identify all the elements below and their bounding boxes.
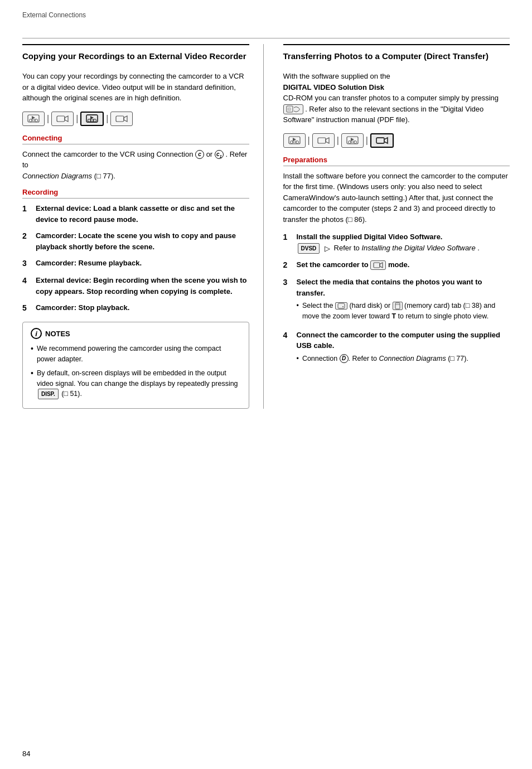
svg-rect-28: [376, 138, 384, 143]
connection-diagrams-link-2: Connection Diagrams: [379, 355, 446, 362]
camera-icon-svg-2: [115, 114, 128, 123]
icon-tape-play-active: [80, 112, 104, 126]
svg-marker-27: [351, 138, 354, 141]
memcard-badge: [393, 302, 403, 310]
hdd-svg: [337, 303, 345, 309]
connecting-body: Connect the camcorder to the VCR using C…: [22, 149, 249, 182]
left-icon-row: | | |: [22, 112, 249, 126]
page-header: External Connections: [22, 11, 510, 21]
right-step-3-content: Select the media that contains the photo…: [297, 277, 510, 324]
intro-line1: With the software supplied on the: [283, 72, 390, 80]
notes-label: NOTES: [45, 328, 70, 340]
right-step-4-content: Connect the camcorder to the computer us…: [297, 330, 510, 366]
page-number: 84: [22, 749, 30, 758]
svg-text:⊡: ⊡: [288, 107, 291, 111]
right-step-4-num: 4: [283, 330, 292, 366]
icon-tape-play: [22, 112, 45, 126]
right-tape-svg: [288, 136, 301, 145]
step-4: 4 External device: Begin recording when …: [22, 275, 249, 297]
step-1-num: 1: [22, 203, 31, 225]
svg-marker-13: [124, 116, 127, 122]
right-sep-1: |: [308, 136, 310, 146]
step-2-num: 2: [22, 230, 31, 252]
left-column: Copying your Recordings to an External V…: [22, 44, 264, 409]
step-2-content: Camcorder: Locate the scene you wish to …: [36, 230, 249, 252]
right-step-1-num: 1: [283, 231, 292, 254]
tape-active-icon-svg: [86, 114, 98, 123]
circle-c1-icon: c: [195, 150, 204, 159]
circle-c2-icon: c1: [215, 150, 224, 159]
step-1: 1 External device: Load a blank cassette…: [22, 203, 249, 225]
recording-title: Recording: [22, 188, 249, 199]
step-4-bullet-1-text: Connection D. Refer to Connection Diagra…: [302, 354, 468, 364]
preparations-title: Preparations: [283, 156, 510, 166]
right-step-2-content: Set the camcorder to mode.: [297, 259, 510, 271]
icon-camera-1: [51, 112, 74, 126]
svg-marker-22: [326, 138, 329, 143]
notes-icon: i: [31, 328, 42, 339]
refer-text: Refer to: [334, 244, 362, 252]
left-section-title: Copying your Recordings to an External V…: [22, 44, 249, 62]
icon-sep-1: |: [47, 114, 49, 124]
camera-mode-svg: [373, 262, 383, 269]
right-step-2-num: 2: [283, 259, 292, 271]
svg-marker-6: [65, 116, 68, 122]
icon-camera-2: [110, 112, 133, 126]
right-step-3-num: 3: [283, 277, 292, 324]
step-3-bullet-1: Select the (hard disk) or: [297, 301, 510, 322]
note-2: By default, on-screen displays will be e…: [31, 368, 241, 400]
step-4-num: 4: [22, 275, 31, 297]
step-5-num: 5: [22, 302, 31, 314]
connecting-or: or: [206, 150, 215, 158]
right-section-title: Transferring Photos to a Computer (Direc…: [283, 44, 510, 62]
connecting-title: Connecting: [22, 134, 249, 144]
icon-sep-3: |: [106, 114, 108, 124]
right-step-1-sub: DVSD ▷ Refer to Installing the Digital V…: [297, 244, 480, 252]
step-2: 2 Camcorder: Locate the scene you wish t…: [22, 230, 249, 252]
press-icon-svg: ⊡: [286, 105, 301, 113]
hdd-badge: [335, 302, 347, 309]
connecting-text-prefix: Connect the camcorder to the VCR using C…: [22, 150, 195, 158]
step-4-bullet-1: Connection D. Refer to Connection Diagra…: [297, 354, 510, 364]
icon-sep-2: |: [76, 114, 78, 124]
right-sep-3: |: [366, 136, 368, 146]
right-cam1-svg: [317, 136, 330, 145]
step-3-content: Camcorder: Resume playback.: [36, 258, 249, 269]
connection-diagrams-link: Connection Diagrams: [22, 172, 92, 180]
page: External Connections Copying your Record…: [0, 0, 532, 769]
camera-icon-svg-1: [56, 114, 69, 123]
intro-line3: . Refer also to the relevant sections in…: [283, 105, 484, 124]
right-step-3: 3 Select the media that contains the pho…: [283, 277, 510, 324]
step-5: 5 Camcorder: Stop playback.: [22, 302, 249, 314]
svg-marker-20: [293, 138, 296, 141]
left-body-text: You can copy your recordings by connecti…: [22, 71, 249, 104]
right-step-2: 2 Set the camcorder to mode.: [283, 259, 510, 271]
press-symbol-badge: ⊡: [283, 104, 303, 114]
notes-box: i NOTES We recommend powering the camcor…: [22, 322, 249, 409]
right-tape2-svg: [346, 136, 359, 145]
right-icon-cam1: [312, 133, 335, 148]
svg-marker-31: [380, 263, 383, 268]
svg-marker-11: [90, 116, 94, 119]
step-3: 3 Camcorder: Resume playback.: [22, 258, 249, 269]
right-step-2-bold: Set the camcorder to mode.: [297, 260, 410, 269]
right-icon-tape: [283, 133, 306, 148]
right-step-4-bold: Connect the camcorder to the computer us…: [297, 331, 501, 350]
connection-diagrams-ref: (□ 77).: [94, 172, 115, 180]
dvsd-badge: DVSD: [298, 243, 320, 254]
two-column-layout: Copying your Recordings to an External V…: [22, 44, 510, 409]
right-sep-2: |: [337, 136, 339, 146]
right-steps: 1 Install the supplied Digital Video Sof…: [283, 231, 510, 366]
step-3-num: 3: [22, 258, 31, 269]
svg-marker-29: [384, 138, 388, 143]
camera-mode-badge: [370, 260, 386, 270]
note-1-text: We recommend powering the camcorder usin…: [37, 344, 241, 365]
svg-marker-4: [32, 116, 35, 119]
step-4-content: External device: Begin recording when th…: [36, 275, 249, 297]
tape-icon-svg: [27, 114, 40, 123]
right-cam-active-svg: [376, 136, 388, 145]
intro-line2: CD-ROM you can transfer photos to a comp…: [283, 94, 499, 102]
svg-rect-32: [338, 303, 345, 308]
svg-rect-30: [374, 263, 380, 268]
notes-title-row: i NOTES: [31, 328, 241, 339]
